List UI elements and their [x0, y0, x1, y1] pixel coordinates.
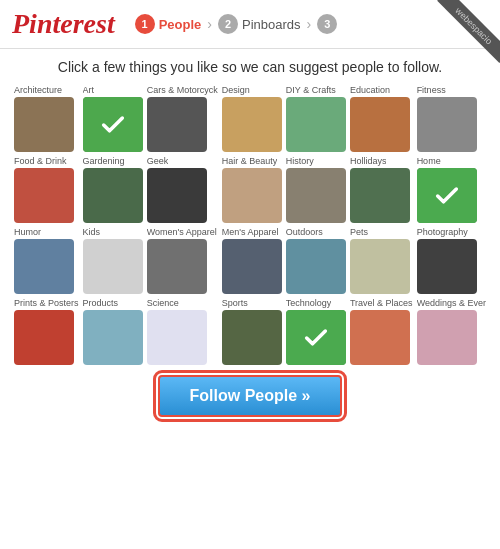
category-img-fitness[interactable] [417, 97, 477, 152]
step-label-people: People [159, 17, 202, 32]
category-label-pets: Pets [350, 227, 368, 237]
category-label-holidays: Hollidays [350, 156, 387, 166]
category-label-travel: Travel & Places [350, 298, 413, 308]
category-label-education: Education [350, 85, 390, 95]
category-img-humor[interactable] [14, 239, 74, 294]
category-label-womens: Women's Apparel [147, 227, 217, 237]
category-label-history: History [286, 156, 314, 166]
category-label-sports: Sports [222, 298, 248, 308]
category-label-diy: DIY & Crafts [286, 85, 336, 95]
category-img-weddings[interactable] [417, 310, 477, 365]
category-mens[interactable]: Men's Apparel [222, 227, 282, 294]
arrow-2: › [307, 16, 312, 32]
category-img-cars[interactable] [147, 97, 207, 152]
category-fitness[interactable]: Fitness [417, 85, 486, 152]
category-prints[interactable]: Prints & Posters [14, 298, 79, 365]
watermark-corner: webespacio [420, 0, 500, 80]
category-hair[interactable]: Hair & Beauty [222, 156, 282, 223]
category-img-products[interactable] [83, 310, 143, 365]
category-img-geek[interactable] [147, 168, 207, 223]
category-label-geek: Geek [147, 156, 169, 166]
category-history[interactable]: History [286, 156, 346, 223]
category-label-home: Home [417, 156, 441, 166]
category-art[interactable]: Art [83, 85, 143, 152]
category-kids[interactable]: Kids [83, 227, 143, 294]
category-label-art: Art [83, 85, 95, 95]
category-img-diy[interactable] [286, 97, 346, 152]
main-content: Click a few things you like so we can su… [0, 49, 500, 427]
category-label-outdoors: Outdoors [286, 227, 323, 237]
button-area: Follow People » [14, 375, 486, 417]
category-design[interactable]: Design [222, 85, 282, 152]
category-outdoors[interactable]: Outdoors [286, 227, 346, 294]
category-label-kids: Kids [83, 227, 101, 237]
category-img-kids[interactable] [83, 239, 143, 294]
category-diy[interactable]: DIY & Crafts [286, 85, 346, 152]
step-people: 1 People [135, 14, 202, 34]
category-img-womens[interactable] [147, 239, 207, 294]
category-label-weddings: Weddings & Ever [417, 298, 486, 308]
category-img-education[interactable] [350, 97, 410, 152]
check-overlay-technology [286, 310, 346, 365]
category-label-design: Design [222, 85, 250, 95]
category-img-science[interactable] [147, 310, 207, 365]
category-food[interactable]: Food & Drink [14, 156, 79, 223]
category-label-architecture: Architecture [14, 85, 62, 95]
category-weddings[interactable]: Weddings & Ever [417, 298, 486, 365]
check-overlay-home [417, 168, 477, 223]
category-label-gardening: Gardening [83, 156, 125, 166]
category-img-art[interactable] [83, 97, 143, 152]
category-img-photography[interactable] [417, 239, 477, 294]
category-label-food: Food & Drink [14, 156, 67, 166]
header: Pinterest 1 People › 2 Pinboards › 3 web… [0, 0, 500, 49]
category-technology[interactable]: Technology [286, 298, 346, 365]
pinterest-logo: Pinterest [12, 8, 115, 40]
category-travel[interactable]: Travel & Places [350, 298, 413, 365]
category-pets[interactable]: Pets [350, 227, 413, 294]
category-img-sports[interactable] [222, 310, 282, 365]
category-label-prints: Prints & Posters [14, 298, 79, 308]
category-img-design[interactable] [222, 97, 282, 152]
category-label-mens: Men's Apparel [222, 227, 279, 237]
category-img-mens[interactable] [222, 239, 282, 294]
category-cars[interactable]: Cars & Motorcyck [147, 85, 218, 152]
category-img-outdoors[interactable] [286, 239, 346, 294]
category-label-technology: Technology [286, 298, 332, 308]
category-img-architecture[interactable] [14, 97, 74, 152]
category-img-home[interactable] [417, 168, 477, 223]
category-label-fitness: Fitness [417, 85, 446, 95]
category-label-hair: Hair & Beauty [222, 156, 278, 166]
category-humor[interactable]: Humor [14, 227, 79, 294]
step-pinboards: 2 Pinboards [218, 14, 301, 34]
arrow-1: › [207, 16, 212, 32]
category-img-food[interactable] [14, 168, 74, 223]
category-holidays[interactable]: Hollidays [350, 156, 413, 223]
step-label-pinboards: Pinboards [242, 17, 301, 32]
category-science[interactable]: Science [147, 298, 218, 365]
instruction-text: Click a few things you like so we can su… [14, 59, 486, 75]
category-img-gardening[interactable] [83, 168, 143, 223]
category-img-history[interactable] [286, 168, 346, 223]
category-img-travel[interactable] [350, 310, 410, 365]
category-img-prints[interactable] [14, 310, 74, 365]
category-img-hair[interactable] [222, 168, 282, 223]
category-education[interactable]: Education [350, 85, 413, 152]
category-img-pets[interactable] [350, 239, 410, 294]
category-sports[interactable]: Sports [222, 298, 282, 365]
category-img-holidays[interactable] [350, 168, 410, 223]
category-label-photography: Photography [417, 227, 468, 237]
category-label-humor: Humor [14, 227, 41, 237]
category-products[interactable]: Products [83, 298, 143, 365]
check-overlay-art [83, 97, 143, 152]
steps-nav: 1 People › 2 Pinboards › 3 [135, 14, 338, 34]
categories-grid: ArchitectureArtCars & MotorcyckDesignDIY… [14, 85, 486, 365]
category-geek[interactable]: Geek [147, 156, 218, 223]
category-gardening[interactable]: Gardening [83, 156, 143, 223]
category-womens[interactable]: Women's Apparel [147, 227, 218, 294]
category-img-technology[interactable] [286, 310, 346, 365]
category-photography[interactable]: Photography [417, 227, 486, 294]
step-circle-1: 1 [135, 14, 155, 34]
category-home[interactable]: Home [417, 156, 486, 223]
follow-people-button[interactable]: Follow People » [158, 375, 343, 417]
category-architecture[interactable]: Architecture [14, 85, 79, 152]
